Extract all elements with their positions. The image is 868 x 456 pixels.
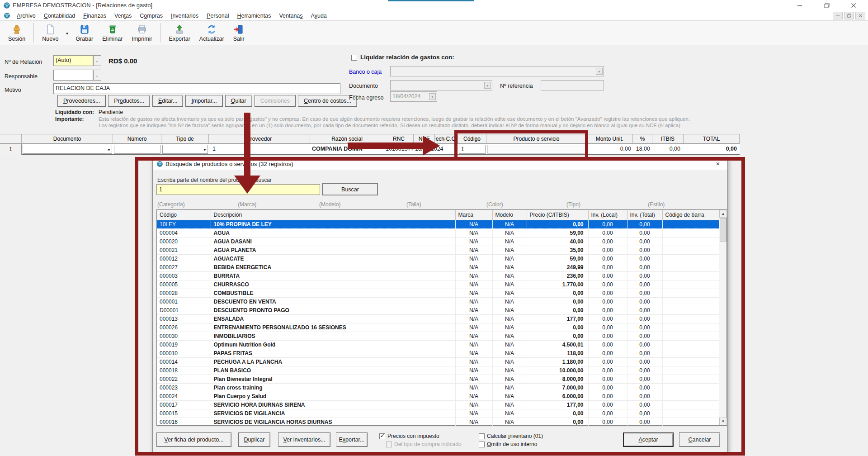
cell-barcode[interactable] [662, 357, 720, 366]
cell-modelo[interactable]: N/A [492, 246, 527, 254]
cell-codigo[interactable]: 000019 [157, 340, 211, 349]
cell-codigo[interactable]: 10LEY [157, 220, 211, 228]
dropdown-arrow-icon[interactable]: ▼ [203, 148, 207, 152]
cell-marca[interactable]: N/A [455, 271, 492, 280]
product-row[interactable]: 000004 AGUA N/A N/A 59,00 0,00 0,00 [157, 228, 720, 237]
product-row[interactable]: 000003 BURRATA N/A N/A 236,00 0,00 0,00 [157, 271, 720, 280]
cell-marca[interactable]: N/A [455, 254, 492, 263]
toolbar-button[interactable]: Exportar [165, 22, 194, 44]
checkbox-icon[interactable]: ✓ [379, 433, 385, 439]
cell-precio[interactable]: 40,00 [527, 237, 588, 246]
cell-descripcion[interactable]: BEBIDA ENERGETICA [211, 263, 455, 271]
cell-marca[interactable]: N/A [455, 349, 492, 357]
cell-codigo[interactable]: 000015 [157, 409, 211, 418]
product-row[interactable]: 10LEY 10% PROPINA DE LEY N/A N/A 0,00 0,… [157, 220, 720, 228]
cell-inv-local[interactable]: 0,00 [588, 237, 627, 246]
cell-codigo[interactable]: 000010 [157, 349, 211, 357]
grid-column-header[interactable]: Tipo de [161, 134, 209, 144]
grid-column-header[interactable]: NCF [414, 134, 435, 144]
cell-marca[interactable]: N/A [455, 220, 492, 228]
cell-marca[interactable]: N/A [455, 306, 492, 314]
footer-checkbox[interactable]: ✓Omitir de uso interno [479, 441, 537, 447]
cell-codigo[interactable]: 000022 [157, 375, 211, 383]
cell-modelo[interactable]: N/A [492, 332, 527, 340]
toolbar-button[interactable]: Actualizar [196, 22, 228, 44]
product-row[interactable]: D00001 DESCUENTO PRONTO PAGO N/A N/A 0,0… [157, 306, 720, 314]
cell-inv-total[interactable]: 0,00 [627, 383, 662, 392]
product-row[interactable]: 000015 SERVICIOS DE VIGILANCIA N/A N/A 0… [157, 409, 720, 418]
cell-precio[interactable]: 1.770,00 [527, 280, 588, 289]
form-action-button[interactable]: Importar... [185, 95, 222, 107]
cell-descripcion[interactable]: SERVICIO HORA DIURNAS SIRENA [211, 400, 455, 409]
documento-combo[interactable]: ▼ [390, 80, 492, 90]
form-action-button[interactable]: Editar... [152, 95, 183, 107]
cell-inv-local[interactable]: 0,00 [588, 297, 627, 306]
product-row[interactable]: 000023 Plan cross training N/A N/A 7.000… [157, 383, 720, 392]
cell-codigo[interactable]: 000005 [157, 280, 211, 289]
product-row[interactable]: 000012 AGUACATE N/A N/A 59,00 0,00 0,00 [157, 254, 720, 263]
combo-arrow-icon[interactable]: ▼ [596, 68, 603, 75]
cell-codigo[interactable]: 000021 [157, 246, 211, 254]
toolbar-button[interactable]: Eliminar [99, 22, 126, 44]
cell-barcode[interactable] [662, 254, 720, 263]
cell-barcode[interactable] [662, 340, 720, 349]
cell-modelo[interactable]: N/A [492, 375, 527, 383]
cell-codigo[interactable]: D00001 [157, 306, 211, 314]
cell-inv-local[interactable]: 0,00 [588, 228, 627, 237]
grid-column-header[interactable]: % [633, 134, 652, 144]
cell-inv-local[interactable]: 0,00 [588, 349, 627, 357]
cell-marca[interactable]: N/A [455, 297, 492, 306]
menu-item[interactable]: Ventas [110, 13, 136, 19]
cell-inv-local[interactable]: 0,00 [588, 340, 627, 349]
cell-barcode[interactable] [662, 297, 720, 306]
cell-descripcion[interactable]: Plan cross training [211, 383, 455, 392]
cell-inv-local[interactable]: 0,00 [588, 383, 627, 392]
close-button[interactable] [843, 0, 864, 11]
cell-modelo[interactable]: N/A [492, 289, 527, 297]
cell-modelo[interactable]: N/A [492, 409, 527, 418]
cell-codigo[interactable]: 000014 [157, 357, 211, 366]
cell-inv-total[interactable]: 0,00 [627, 263, 662, 271]
cell-inv-local[interactable]: 0,00 [588, 357, 627, 366]
cell-barcode[interactable] [662, 228, 720, 237]
grid-column-header[interactable] [0, 134, 22, 144]
cell-descripcion[interactable]: BURRATA [211, 271, 455, 280]
cell-codigo[interactable]: 000027 [157, 263, 211, 271]
product-row[interactable]: 000005 CHURRASCO N/A N/A 1.770,00 0,00 0… [157, 280, 720, 289]
cell-precio[interactable]: 59,00 [527, 254, 588, 263]
cell-barcode[interactable] [662, 349, 720, 357]
cell-descripcion[interactable]: Plan Cuerpo y Salud [211, 392, 455, 400]
cell-inv-local[interactable]: 0,00 [588, 323, 627, 332]
cell-descripcion[interactable]: DESCUENTO PRONTO PAGO [211, 306, 455, 314]
checkbox-icon[interactable]: ✓ [386, 442, 392, 447]
cell-inv-local[interactable]: 0,00 [588, 263, 627, 271]
cell-descripcion[interactable]: Plan Bienestar Integral [211, 375, 455, 383]
toolbar-button[interactable]: Salir [230, 22, 248, 44]
cell-precio[interactable]: 0,00 [527, 306, 588, 314]
cell-modelo[interactable]: N/A [492, 314, 527, 323]
search-input[interactable]: 1 [156, 184, 320, 195]
menu-item[interactable]: Herramientas [233, 13, 275, 19]
cell-inv-total[interactable]: 0,00 [627, 220, 662, 228]
cell-inv-total[interactable]: 0,00 [627, 349, 662, 357]
cell-inv-local[interactable]: 0,00 [588, 246, 627, 254]
menu-item[interactable]: Contabilidad [40, 13, 80, 19]
product-column-header[interactable]: Marca [455, 210, 492, 220]
cell-codigo[interactable]: 000030 [157, 332, 211, 340]
scrollbar-thumb[interactable] [720, 218, 726, 242]
cell-barcode[interactable] [662, 366, 720, 375]
cell-barcode[interactable] [662, 271, 720, 280]
cell-barcode[interactable] [662, 383, 720, 392]
cell-marca[interactable]: N/A [455, 366, 492, 375]
cell-precio[interactable]: 177,00 [527, 400, 588, 409]
product-row[interactable]: 000019 Optimum Nutrition Gold N/A N/A 4.… [157, 340, 720, 349]
product-column-header[interactable]: Descripción [211, 210, 455, 220]
form-action-button[interactable]: Productos... [108, 95, 150, 107]
grid-column-header[interactable]: Proveedor [209, 134, 310, 144]
cell-precio[interactable]: 0,00 [527, 323, 588, 332]
product-row[interactable]: 000028 COMBUSTIBLE N/A N/A 0,00 0,00 0,0… [157, 289, 720, 297]
banco-combo[interactable]: ▼ [390, 66, 604, 76]
product-column-header[interactable]: Código de barra [662, 210, 720, 220]
cell-descripcion[interactable]: AGUA DASANI [211, 237, 455, 246]
combo-arrow-icon[interactable]: ▼ [429, 93, 436, 100]
